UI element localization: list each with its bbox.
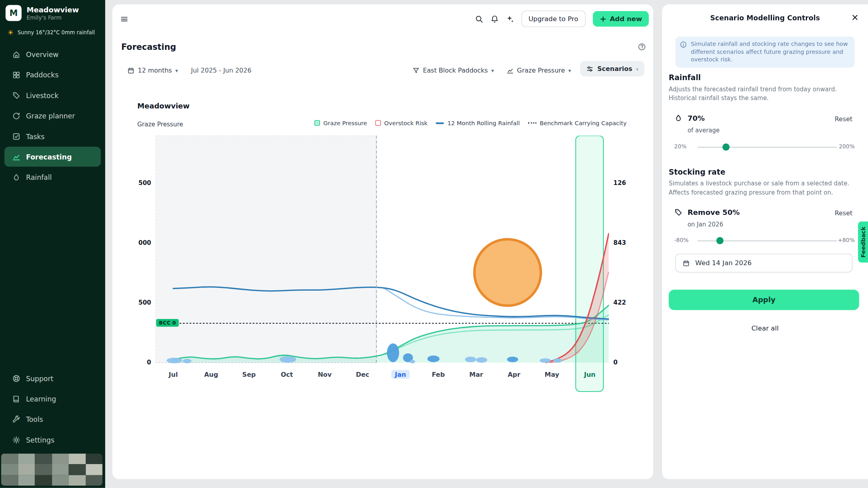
month-label-feb: Feb (425, 370, 452, 378)
stocking-slider-max: +80% (838, 237, 855, 243)
y-axis-tick-right: 422 (613, 299, 641, 307)
stocking-value-sub: on Jan 2026 (687, 221, 723, 228)
farm-logo: M (6, 5, 22, 21)
legend-item[interactable]: Benchmark Carrying Capacity (528, 120, 626, 126)
scenario-date-input[interactable]: Wed 14 Jan 2026 (676, 254, 852, 272)
search-icon[interactable] (475, 15, 483, 23)
month-label-mar: Mar (463, 370, 489, 378)
sidebar-footer-nav: Support Learning Tools Settings (0, 368, 105, 450)
page-title: Forecasting (121, 42, 176, 52)
chart-legend: Graze PressureOverstock Risk12 Month Rol… (314, 120, 626, 126)
rainfall-slider[interactable] (697, 147, 837, 148)
feedback-tab[interactable]: Feedback (858, 222, 868, 263)
legend-label: Graze Pressure (323, 120, 367, 126)
sidebar: M Meadowview Emily's Farm ☀ Sunny 16°/32… (0, 0, 105, 488)
month-label-apr: Apr (501, 370, 528, 378)
sidebar-item-label: Tools (26, 415, 43, 423)
sidebar-item-label: Rainfall (26, 173, 52, 181)
scenario-panel: Scenario Modelling Controls Simulate rai… (662, 4, 868, 479)
chart-title: Meadowview (137, 102, 189, 110)
legend-item[interactable]: 12 Month Rolling Rainfall (436, 120, 520, 126)
chevron-down-icon: ▾ (568, 67, 571, 73)
legend-swatch (375, 120, 381, 126)
wrench-icon (12, 415, 21, 423)
sidebar-item-label: Overview (26, 50, 59, 59)
stocking-section-description: Simulates a livestock purchase or sale f… (669, 179, 858, 197)
sidebar-item-support[interactable]: Support (4, 368, 101, 388)
scenarios-label: Scenarios (597, 65, 632, 73)
sidebar-item-rainfall[interactable]: Rainfall (4, 167, 101, 187)
scenarios-button[interactable]: Scenarios ‹ (580, 61, 645, 77)
sidebar-item-paddocks[interactable]: Paddocks (4, 65, 101, 85)
chevron-left-icon: ‹ (636, 66, 638, 72)
stocking-reset-link[interactable]: Reset (835, 209, 852, 217)
sidebar-item-label: Tasks (26, 132, 45, 140)
sidebar-item-label: Support (26, 374, 53, 382)
menu-icon[interactable] (120, 15, 128, 23)
plus-icon (599, 15, 607, 22)
month-label-jul: Jul (160, 370, 187, 378)
legend-label: Benchmark Carrying Capacity (540, 120, 626, 126)
sidebar-item-overview[interactable]: Overview (4, 44, 101, 64)
main-content: Upgrade to Pro Add new Forecasting 12 mo… (112, 4, 653, 479)
stocking-value: Remove 50% (687, 208, 740, 216)
weather-text: Sunny 16°/32°C 0mm rainfall (18, 30, 95, 35)
y-axis-tick-left: 500 (122, 299, 151, 307)
help-icon[interactable] (638, 43, 646, 53)
month-label-oct: Oct (273, 370, 300, 378)
tag-icon (674, 208, 683, 218)
sidebar-item-livestock[interactable]: Livestock (4, 85, 101, 105)
feedback-label: Feedback (860, 226, 866, 258)
brand[interactable]: M Meadowview Emily's Farm (0, 0, 105, 23)
month-label-sep: Sep (236, 370, 262, 378)
legend-label: Overstock Risk (384, 120, 428, 126)
legend-item[interactable]: Graze Pressure (314, 120, 367, 126)
sidebar-item-learning[interactable]: Learning (4, 389, 101, 409)
book-icon (12, 395, 21, 403)
sidebar-item-label: Settings (26, 435, 54, 444)
sidebar-item-graze-planner[interactable]: Graze planner (4, 106, 101, 126)
month-label-jun: Jun (577, 370, 603, 378)
apply-button[interactable]: Apply (669, 289, 859, 310)
chart-axis-label: Graze Pressure (137, 121, 183, 128)
month-label-jan: Jan (387, 370, 414, 378)
droplet-icon (12, 173, 21, 181)
forecast-chart[interactable]: BCC 0 JulAugSepOctNovDecJanFebMarAprMayJ… (155, 136, 609, 396)
add-new-label: Add new (610, 15, 642, 23)
legend-item[interactable]: Overstock Risk (375, 120, 428, 126)
sidebar-item-label: Graze planner (26, 112, 75, 120)
y-axis-tick-left: 0 (122, 358, 151, 367)
month-label-aug: Aug (198, 370, 224, 378)
close-icon[interactable] (851, 13, 859, 24)
rainfall-slider-min: 20% (674, 144, 687, 150)
panel-title: Scenario Modelling Controls (662, 14, 868, 22)
stocking-slider[interactable] (697, 240, 837, 242)
metric-label: Graze Pressure (517, 67, 565, 74)
upgrade-to-pro-button[interactable]: Upgrade to Pro (521, 10, 585, 27)
notifications-bell-icon[interactable] (490, 15, 499, 23)
sidebar-item-label: Learning (26, 395, 56, 403)
stocking-slider-handle[interactable] (716, 237, 723, 244)
add-new-button[interactable]: Add new (593, 11, 649, 27)
stocking-slider-min: -80% (674, 237, 689, 243)
legend-swatch (314, 120, 320, 126)
sidebar-item-settings[interactable]: Settings (4, 430, 101, 450)
sidebar-nav: Overview Paddocks Livestock Graze planne… (0, 44, 105, 188)
farm-subtitle: Emily's Farm (27, 14, 79, 20)
clear-all-link[interactable]: Clear all (662, 325, 868, 332)
rainfall-slider-handle[interactable] (723, 144, 730, 151)
sidebar-item-tools[interactable]: Tools (4, 409, 101, 429)
metric-dropdown[interactable]: Graze Pressure ▾ (507, 64, 571, 77)
gear-icon (12, 435, 21, 444)
sparkles-icon[interactable] (506, 15, 514, 23)
sidebar-item-tasks[interactable]: Tasks (4, 126, 101, 146)
lifebuoy-icon (12, 374, 21, 382)
calendar-icon (683, 260, 690, 267)
rainfall-reset-link[interactable]: Reset (835, 115, 852, 123)
paddocks-dropdown[interactable]: East Block Paddocks ▾ (412, 64, 494, 77)
y-axis-tick-right: 0 (613, 358, 641, 367)
sidebar-item-forecasting[interactable]: Forecasting (4, 147, 101, 167)
forecast-chart-canvas[interactable] (155, 136, 609, 396)
date-range-dropdown[interactable]: 12 months ▾ (127, 64, 178, 77)
tag-icon (12, 91, 21, 99)
